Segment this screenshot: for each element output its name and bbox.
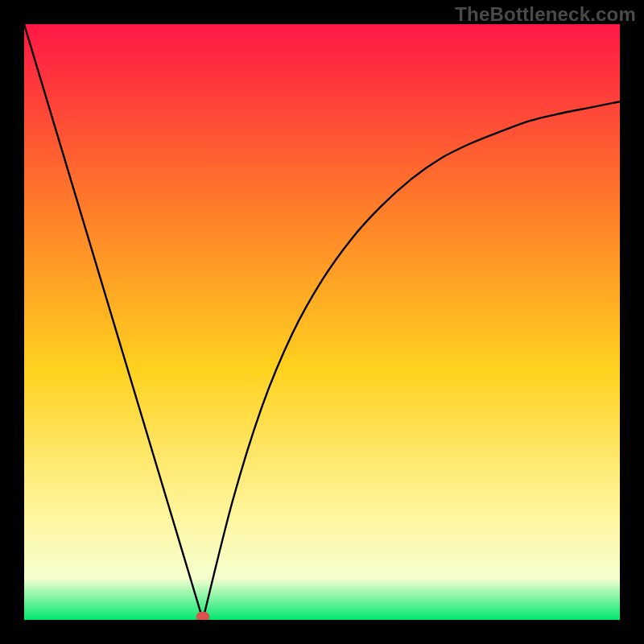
chart-frame: TheBottleneck.com — [0, 0, 644, 644]
plot-area — [24, 24, 620, 620]
bottleneck-chart — [24, 24, 620, 620]
watermark-text: TheBottleneck.com — [455, 3, 636, 26]
optimal-point-marker — [196, 612, 209, 620]
